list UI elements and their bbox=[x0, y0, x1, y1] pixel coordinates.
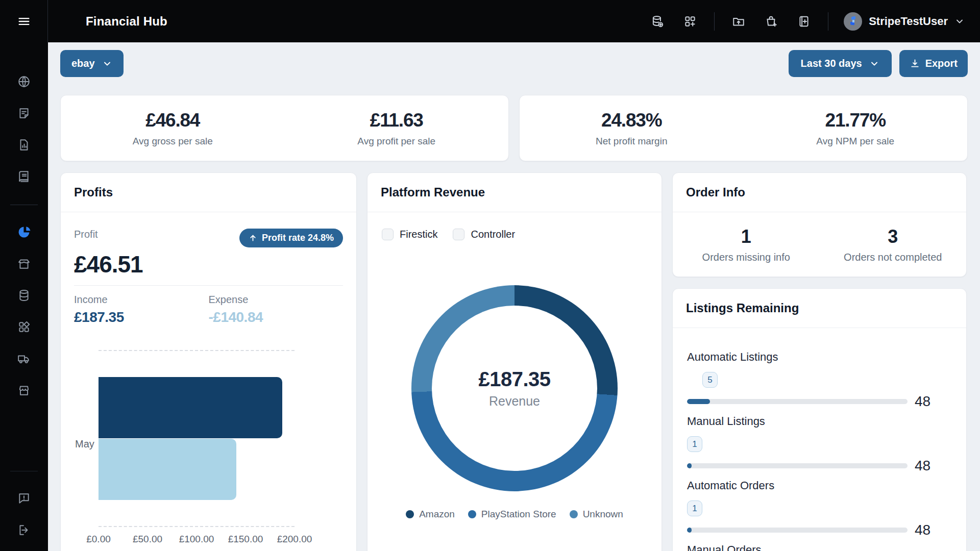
platform-revenue-card: Platform Revenue Firestick Controller £1… bbox=[367, 172, 662, 551]
user-name: StripeTestUser bbox=[869, 15, 948, 28]
listing-label: Automatic Listings bbox=[687, 350, 952, 364]
notes-icon bbox=[17, 107, 31, 120]
stat-value: 24.83% bbox=[601, 110, 662, 131]
bag-add-button[interactable] bbox=[763, 13, 780, 30]
progress-fill bbox=[687, 528, 692, 533]
order-info-title: Order Info bbox=[673, 173, 966, 212]
sidebar-item-categories[interactable] bbox=[17, 320, 31, 334]
order-info-body: 1 Orders missing info 3 Orders not compl… bbox=[673, 212, 966, 277]
expense-bar bbox=[99, 439, 236, 500]
x-tick: £50.00 bbox=[125, 534, 170, 545]
donut-chart-wrap: £187.35 Revenue bbox=[368, 285, 662, 491]
stat-avg-npm: 21.77% Avg NPM per sale bbox=[744, 95, 968, 161]
stat-label: Orders missing info bbox=[702, 252, 790, 263]
avatar bbox=[844, 12, 862, 31]
margin-averages-card: 24.83% Net profit margin 21.77% Avg NPM … bbox=[519, 95, 968, 161]
sidebar-item-inventory-box[interactable] bbox=[17, 257, 31, 270]
filter-label: Controller bbox=[471, 229, 515, 240]
filter-controller[interactable]: Controller bbox=[453, 229, 515, 240]
stat-value: 3 bbox=[888, 226, 898, 247]
book-icon bbox=[17, 170, 31, 183]
orders-not-completed-stat: 3 Orders not completed bbox=[820, 226, 967, 263]
stat-net-margin: 24.83% Net profit margin bbox=[520, 95, 744, 161]
sidebar-item-database[interactable] bbox=[17, 289, 31, 302]
folder-upload-icon bbox=[732, 15, 745, 28]
legend-dot bbox=[468, 510, 476, 518]
expense-block: Expense -£140.84 bbox=[209, 294, 344, 325]
legend-dot bbox=[570, 510, 578, 518]
stat-value: £11.63 bbox=[370, 110, 423, 131]
platform-revenue-title: Platform Revenue bbox=[368, 173, 662, 212]
listing-total: 48 bbox=[915, 458, 930, 474]
donut-center: £187.35 Revenue bbox=[432, 306, 597, 471]
sidebar-item-logout[interactable] bbox=[17, 523, 31, 537]
sidebar-item-feedback[interactable] bbox=[17, 492, 31, 505]
folder-upload-button[interactable] bbox=[730, 13, 747, 30]
database-add-button[interactable] bbox=[649, 13, 666, 30]
app-title: Financial Hub bbox=[86, 14, 167, 29]
pie-chart-icon bbox=[17, 225, 31, 239]
listing-label: Manual Listings bbox=[687, 415, 952, 428]
profit-value: £46.51 bbox=[74, 251, 343, 278]
checkbox-firestick[interactable] bbox=[382, 229, 394, 240]
sales-averages-card: £46.84 Avg gross per sale £11.63 Avg pro… bbox=[60, 95, 509, 161]
legend-item-amazon[interactable]: Amazon bbox=[406, 509, 455, 520]
sidebar-item-sales-report[interactable] bbox=[17, 138, 31, 152]
sidebar-item-store[interactable] bbox=[17, 384, 31, 397]
platform-selector-label: ebay bbox=[71, 58, 95, 69]
x-tick: £100.00 bbox=[174, 534, 219, 545]
stat-value: 1 bbox=[741, 226, 751, 247]
income-expense-row: Income £187.35 Expense -£140.84 bbox=[74, 294, 343, 325]
x-tick: £150.00 bbox=[223, 534, 268, 545]
file-chart-icon bbox=[17, 138, 31, 152]
open-box-icon bbox=[17, 257, 31, 270]
filter-firestick[interactable]: Firestick bbox=[382, 229, 437, 240]
toolbar-right-group: Last 30 days Export bbox=[789, 50, 968, 77]
topbar-divider bbox=[828, 12, 828, 31]
sidebar-item-notes[interactable] bbox=[17, 107, 31, 120]
topbar-actions: StripeTestUser bbox=[649, 12, 980, 31]
listings-body: Automatic Listings 5 48 Manual Listings … bbox=[673, 328, 966, 551]
listing-item-automatic-listings: Automatic Listings 5 48 bbox=[687, 350, 952, 415]
checkbox-controller[interactable] bbox=[453, 229, 464, 240]
listing-total: 48 bbox=[915, 393, 930, 410]
user-menu[interactable]: StripeTestUser bbox=[844, 12, 965, 31]
sidebar-nav bbox=[0, 42, 48, 551]
sidebar-item-globe[interactable] bbox=[17, 75, 31, 88]
book-add-button[interactable] bbox=[795, 13, 813, 30]
sidebar-item-ledger[interactable] bbox=[17, 170, 31, 183]
topbar-divider bbox=[714, 12, 715, 31]
grid-add-button[interactable] bbox=[681, 13, 699, 30]
book-add-icon bbox=[797, 15, 811, 28]
expense-label: Expense bbox=[209, 294, 344, 306]
chevron-down-icon bbox=[869, 59, 879, 69]
progress-track bbox=[687, 463, 908, 468]
profit-rate-badge: Profit rate 24.8% bbox=[239, 229, 343, 247]
donut-total-value: £187.35 bbox=[478, 368, 550, 391]
order-info-card: Order Info 1 Orders missing info 3 Order… bbox=[672, 172, 967, 277]
profits-card-title: Profits bbox=[61, 173, 356, 212]
sidebar-item-shipping-truck[interactable] bbox=[17, 352, 31, 365]
feedback-bubble-icon bbox=[17, 492, 31, 505]
filter-label: Firestick bbox=[400, 229, 437, 240]
category-grid-icon bbox=[17, 320, 31, 334]
profits-card: Profits Profit Profit rate 24.8% £46.51 … bbox=[60, 172, 357, 551]
legend-item-unknown[interactable]: Unknown bbox=[570, 509, 623, 520]
profit-label: Profit bbox=[74, 229, 98, 240]
income-value: £187.35 bbox=[74, 309, 209, 325]
sidebar-item-analytics-pie[interactable] bbox=[17, 226, 31, 239]
dashboard-cards-row: Profits Profit Profit rate 24.8% £46.51 … bbox=[60, 172, 968, 551]
gridline bbox=[99, 350, 295, 351]
date-range-button[interactable]: Last 30 days bbox=[789, 50, 892, 77]
progress-fill bbox=[687, 399, 710, 404]
hamburger-menu-button[interactable] bbox=[15, 12, 33, 31]
listing-item-automatic-orders: Automatic Orders 1 48 bbox=[687, 479, 952, 543]
gridline bbox=[99, 526, 295, 527]
platform-selector-button[interactable]: ebay bbox=[60, 50, 124, 77]
listing-used-badge: 1 bbox=[687, 436, 702, 452]
listing-progress-row: 48 bbox=[687, 458, 952, 474]
legend-item-playstation-store[interactable]: PlayStation Store bbox=[468, 509, 556, 520]
database-add-icon bbox=[651, 15, 664, 28]
listing-used-badge: 5 bbox=[702, 372, 718, 388]
export-button[interactable]: Export bbox=[899, 50, 968, 77]
